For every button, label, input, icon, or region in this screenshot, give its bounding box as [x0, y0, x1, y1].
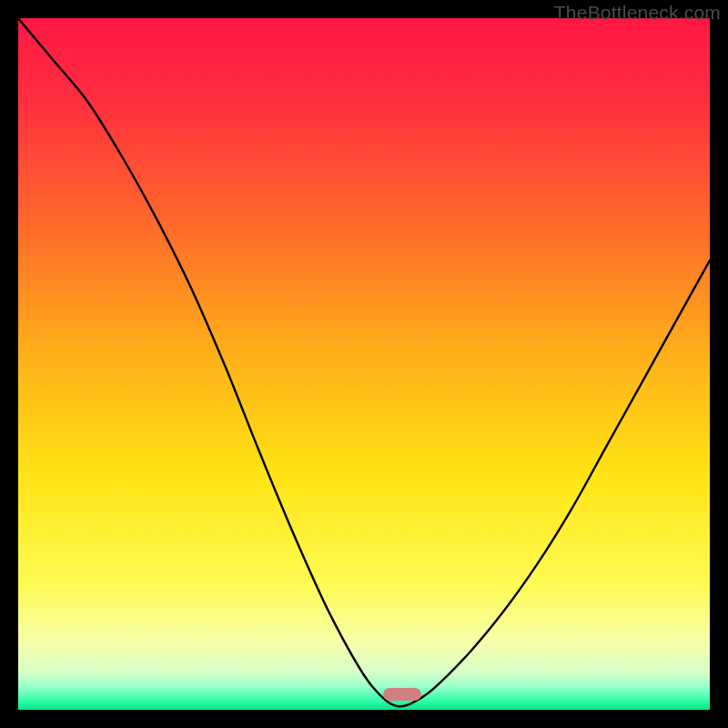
chart-frame: TheBottleneck.com [0, 0, 728, 728]
optimal-marker [383, 688, 421, 701]
bottleneck-curve [18, 18, 710, 710]
plot-area [18, 18, 710, 710]
watermark-text: TheBottleneck.com [554, 2, 721, 24]
